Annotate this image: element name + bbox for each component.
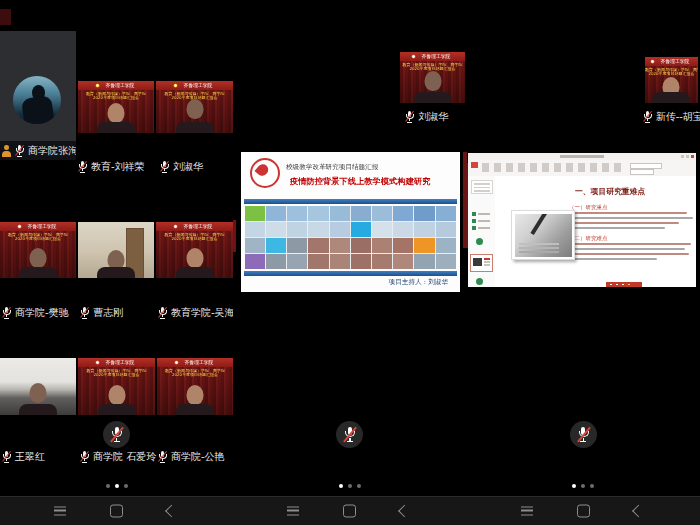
back-icon[interactable] [398, 505, 411, 518]
back-icon[interactable] [632, 505, 645, 518]
video-tile[interactable]: 齐鲁理工学院 教育（新闻与传媒）学院、商学院2020年度项目结题汇报会 [78, 358, 155, 415]
mic-muted-icon [80, 307, 89, 319]
page-dot [357, 484, 361, 488]
doc-text-line [569, 212, 687, 214]
video-tile[interactable] [78, 222, 154, 278]
file-tab[interactable] [471, 162, 478, 168]
page-dot-active [115, 484, 119, 488]
doc-text-line [569, 222, 679, 224]
doc-text-line [569, 253, 689, 255]
mic-muted-icon [2, 451, 11, 463]
menu-icon[interactable] [54, 507, 66, 516]
banner-lines: 教育（新闻与传媒）学院、商学院2020年度项目结题汇报会 [78, 368, 155, 377]
home-icon[interactable] [343, 505, 356, 518]
home-icon[interactable] [577, 505, 590, 518]
mosaic-cell [372, 254, 392, 269]
page-dot-active [339, 484, 343, 488]
window-controls [681, 155, 694, 158]
outline-item [472, 226, 490, 230]
mosaic-cell [372, 238, 392, 253]
video-tile[interactable]: 齐鲁理工学院 教育（新闻与传媒）学院、商学院2020年度项目结题汇报会 [400, 52, 465, 103]
banner-title: 齐鲁理工学院 [105, 82, 134, 89]
participant-name: 商学院-公艳 [171, 450, 225, 464]
mic-muted-icon [80, 451, 89, 463]
back-icon[interactable] [165, 505, 178, 518]
size-combobox[interactable] [630, 169, 654, 175]
university-logo-icon [173, 224, 178, 229]
mosaic-cell [266, 254, 286, 269]
outline-item [472, 219, 490, 223]
phone-screen-2: 齐鲁理工学院 教育（新闻与传媒）学院、商学院2020年度项目结题汇报会 刘淑华 … [233, 0, 466, 525]
outline-item [472, 212, 490, 216]
page-dots [106, 484, 128, 488]
mosaic-cell [372, 206, 392, 221]
doc-text-line [569, 227, 665, 229]
mute-button[interactable] [336, 421, 363, 448]
doc-text-line [569, 248, 685, 250]
selected-slide-thumbnail[interactable] [470, 254, 493, 272]
status-badge [476, 238, 483, 245]
mosaic-cell [351, 238, 371, 253]
mute-button[interactable] [103, 421, 130, 448]
slide-bar [244, 271, 457, 276]
phone-screen-3: 齐鲁理工学院 教育（新闻与传媒）学院、商学院2020年度项目结题汇报会 新传--… [467, 0, 700, 525]
participant-face [97, 103, 135, 133]
phone-screen-1: 商学院张洵 齐鲁理工学院 教育（新闻与传媒）学院、商学院2020年度项目结题汇报… [0, 0, 233, 525]
mosaic-cell [245, 254, 265, 269]
banner-title: 齐鲁理工学院 [184, 82, 213, 89]
video-tile[interactable]: 齐鲁理工学院 教育（新闻与传媒）学院、商学院2020年度项目结题汇报会 [78, 81, 154, 133]
mosaic-cell [414, 206, 434, 221]
video-tile[interactable]: 齐鲁理工学院 教育（新闻与传媒）学院、商学院2020年度项目结题汇报会 [156, 222, 233, 278]
doc-text-line [569, 217, 693, 219]
video-tile[interactable]: 齐鲁理工学院 教育（新闻与传媒）学院、商学院2020年度项目结题汇报会 [157, 358, 233, 415]
slide-thumbnail[interactable] [471, 180, 493, 194]
screen-share-document[interactable]: 一、项目研究重难点 （一）研究重点 （二）研究难点 [468, 153, 696, 287]
participant-name: 曹志刚 [93, 306, 123, 320]
slide-mosaic [245, 206, 456, 269]
participant-name: 商学院 石爱玲 [93, 450, 156, 464]
mosaic-cell [393, 222, 413, 237]
pen-writing-image [515, 214, 572, 257]
menu-icon[interactable] [287, 507, 299, 516]
mosaic-cell [266, 238, 286, 253]
mosaic-cell [330, 254, 350, 269]
mosaic-cell [266, 206, 286, 221]
university-logo-icon [95, 360, 100, 365]
university-logo-icon [173, 83, 178, 88]
mosaic-cell [245, 206, 265, 221]
participant-face [173, 99, 217, 133]
mic-muted-icon [158, 451, 167, 463]
page-dot [106, 484, 110, 488]
university-logo-icon [17, 224, 22, 229]
video-tile-self[interactable]: 商学院张洵 [0, 31, 76, 160]
page-dot-active [572, 484, 576, 488]
mic-muted-icon [643, 111, 652, 123]
android-navbar [467, 496, 700, 525]
video-tile[interactable] [0, 358, 76, 415]
avatar [13, 76, 61, 124]
android-navbar [0, 496, 233, 525]
banner-title: 齐鲁理工学院 [27, 223, 56, 230]
video-tile[interactable]: 齐鲁理工学院 教育（新闻与传媒）学院、商学院2020年度项目结题汇报会 [645, 57, 698, 103]
menu-icon[interactable] [521, 507, 533, 516]
doc-text-line [569, 258, 657, 260]
participant-face [96, 250, 136, 278]
home-icon[interactable] [110, 505, 123, 518]
mosaic-cell [436, 206, 456, 221]
mic-muted-icon [160, 161, 169, 173]
university-logo-icon [95, 83, 100, 88]
participant-name: 刘淑华 [418, 110, 448, 124]
video-tile[interactable]: 齐鲁理工学院 教育（新闻与传媒）学院、商学院2020年度项目结题汇报会 [156, 81, 233, 133]
participant-face [15, 383, 61, 415]
page-dot [581, 484, 585, 488]
screen-share-slide[interactable]: 校级教学改革研究项目结题汇报 疫情防控背景下线上教学模式构建研究 项目主持人：刘… [237, 142, 465, 300]
mute-button[interactable] [570, 421, 597, 448]
participant-name: 教育-刘祥荣 [91, 160, 145, 174]
mosaic-cell [287, 222, 307, 237]
banner-lines: 教育（新闻与传媒）学院、商学院2020年度项目结题汇报会 [645, 67, 698, 76]
mic-muted-icon [78, 161, 87, 173]
video-tile[interactable]: 齐鲁理工学院 教育（新闻与传媒）学院、商学院2020年度项目结题汇报会 [0, 222, 76, 278]
presenter-taskbar [606, 282, 642, 287]
banner: 齐鲁理工学院 [0, 222, 76, 231]
banner-lines: 教育（新闻与传媒）学院、商学院2020年度项目结题汇报会 [157, 368, 233, 377]
